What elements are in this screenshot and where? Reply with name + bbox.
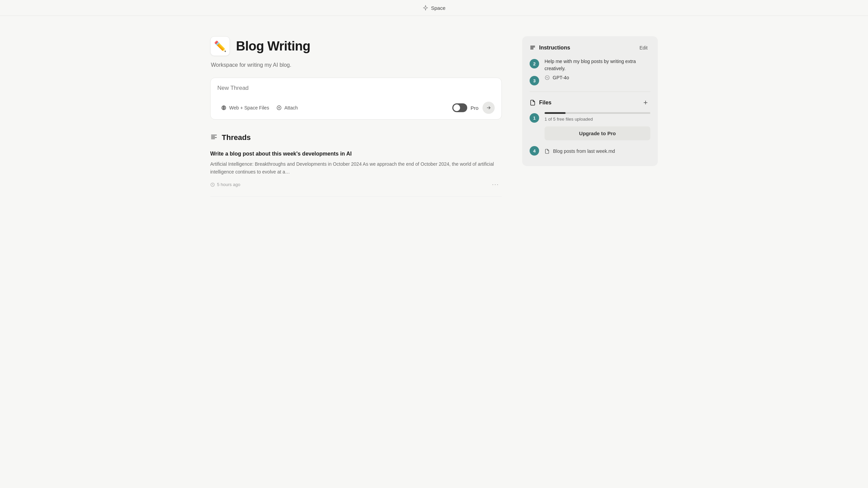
thread-item-title: Write a blog post about this week's deve… [210, 150, 502, 158]
file-name: Blog posts from last week.md [553, 148, 615, 154]
left-column: ✏️ Blog Writing Workspace for writing my… [210, 36, 522, 197]
files-content-col: 1 of 5 free files uploaded Upgrade to Pr… [545, 112, 650, 140]
sparkle-icon [422, 5, 429, 11]
instructions-text: Help me with my blog posts by writing ex… [545, 58, 650, 72]
files-progress-bar [545, 112, 650, 114]
thread-item[interactable]: Write a blog post about this week's deve… [210, 150, 502, 197]
new-thread-toolbar: Web + Space Files Attach [217, 102, 495, 114]
badge-col-4: 4 [530, 145, 539, 156]
files-section: Files + 1 1 of 5 free files uploaded Upg… [530, 98, 650, 157]
instructions-header: Instructions Edit [530, 44, 650, 52]
clock-icon [210, 182, 215, 187]
model-label: GPT-4o [553, 75, 569, 80]
pro-toggle[interactable] [452, 103, 467, 112]
top-nav: Space [0, 0, 868, 16]
page-title: Blog Writing [236, 39, 310, 54]
thread-time: 5 hours ago [210, 182, 240, 187]
page-header: ✏️ Blog Writing [210, 36, 502, 56]
model-step-row: 3 GPT-4o [530, 75, 650, 85]
web-space-files-icon [221, 105, 227, 111]
step-badge-1: 1 [530, 113, 539, 123]
add-file-button[interactable]: + [641, 98, 650, 107]
pro-label: Pro [471, 105, 478, 111]
toggle-container: Pro [452, 103, 478, 112]
files-count: 1 of 5 free files uploaded [545, 117, 650, 122]
attach-label: Attach [284, 105, 298, 110]
files-badge-row: 1 1 of 5 free files uploaded Upgrade to … [530, 112, 650, 140]
thread-more-button[interactable]: ··· [489, 180, 502, 189]
step-badge-4: 4 [530, 146, 539, 156]
badge-col-3: 3 [530, 75, 539, 85]
file-item[interactable]: Blog posts from last week.md [545, 145, 650, 157]
file-icon [545, 149, 550, 154]
files-title: Files [530, 100, 551, 106]
sidebar-divider [530, 92, 650, 92]
threads-header: Threads [210, 133, 502, 142]
model-col: GPT-4o [545, 75, 650, 80]
threads-icon [210, 133, 218, 142]
threads-title: Threads [222, 133, 251, 142]
web-space-files-label: Web + Space Files [229, 105, 269, 110]
attach-button[interactable]: Attach [273, 103, 301, 113]
step-badge-3: 3 [530, 76, 539, 85]
submit-button[interactable] [482, 102, 495, 114]
instructions-text-col: Help me with my blog posts by writing ex… [545, 58, 650, 72]
badge-col-1: 1 [530, 112, 539, 123]
nav-title: Space [431, 5, 446, 11]
upgrade-button[interactable]: Upgrade to Pro [545, 126, 650, 140]
file-item-col: Blog posts from last week.md [545, 145, 650, 157]
nav-title-container: Space [422, 5, 446, 11]
instructions-icon [530, 45, 536, 51]
model-row: GPT-4o [545, 75, 650, 80]
web-space-files-button[interactable]: Web + Space Files [217, 103, 273, 113]
page-description: Workspace for writing my AI blog. [211, 62, 502, 68]
edit-button[interactable]: Edit [637, 44, 650, 52]
page-icon: ✏️ [210, 36, 230, 56]
files-icon [530, 100, 536, 106]
step-badge-2: 2 [530, 59, 539, 68]
right-sidebar: Instructions Edit 2 Help me with my blog… [522, 36, 658, 166]
instructions-title: Instructions [530, 45, 570, 51]
sidebar-card: Instructions Edit 2 Help me with my blog… [522, 36, 658, 166]
badge-col-2: 2 [530, 58, 539, 68]
thread-time-text: 5 hours ago [217, 182, 240, 187]
instructions-step-row: 2 Help me with my blog posts by writing … [530, 58, 650, 72]
main-layout: ✏️ Blog Writing Workspace for writing my… [197, 16, 671, 210]
toggle-thumb [453, 104, 460, 111]
file-item-badge-row: 4 Blog posts from last week.md [530, 145, 650, 157]
progress-bar-fill [545, 112, 566, 114]
files-header: Files + [530, 98, 650, 107]
attach-icon [276, 105, 282, 111]
new-thread-input[interactable] [217, 85, 495, 92]
new-thread-box: Web + Space Files Attach [210, 78, 502, 120]
thread-item-preview: Artificial Intelligence: Breakthroughs a… [210, 160, 502, 176]
model-icon [545, 75, 550, 80]
thread-item-footer: 5 hours ago ··· [210, 180, 502, 189]
